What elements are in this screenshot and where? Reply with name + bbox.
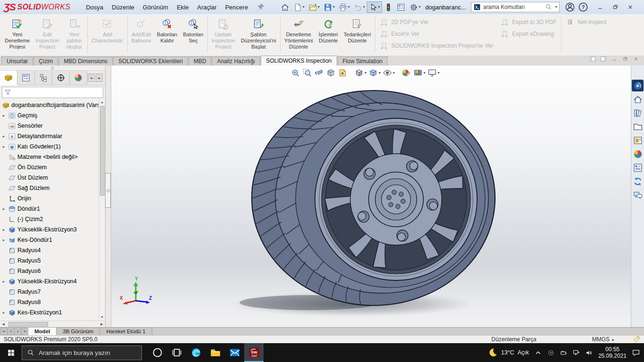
new-doc-button[interactable]: ▾ — [291, 1, 306, 13]
nav-first-button[interactable] — [0, 328, 7, 335]
minimize-button[interactable] — [593, 1, 608, 13]
clock[interactable]: 00:55 25.09.2021 — [598, 346, 627, 359]
tab-flow-simulation[interactable]: Flow Simulation — [338, 57, 388, 66]
panel-tab-dimxpert[interactable] — [52, 71, 70, 85]
file-explorer-app-button[interactable] — [206, 343, 225, 362]
pen-battery-icon[interactable] — [560, 349, 568, 357]
dropdown-caret-icon[interactable]: ▾ — [303, 5, 305, 9]
start-button[interactable] — [0, 343, 22, 362]
tree-item-sa-d-zlem[interactable]: Sağ Düzlem — [1, 183, 99, 193]
tree-item-radyus4[interactable]: Radyus4 — [1, 245, 99, 255]
graphics-viewport[interactable]: A▾▾▾▾▾ Y X Z — [111, 66, 631, 327]
tab-mbd[interactable]: MBD — [189, 57, 212, 66]
expand-arrow-icon[interactable]: ▸ — [1, 113, 7, 118]
dropdown-caret-icon[interactable]: ▾ — [419, 5, 421, 9]
volume-icon[interactable] — [585, 349, 593, 357]
zoom-area-button[interactable] — [301, 67, 313, 78]
tree-item-sens-rler[interactable]: Sensörler — [1, 121, 99, 131]
tree-item-radyus6[interactable]: Radyus6 — [1, 266, 99, 276]
help-icon[interactable]: ? — [578, 1, 589, 13]
print-button[interactable]: ▾ — [337, 1, 352, 13]
tab-unsurlar[interactable]: Unsurlar — [1, 57, 33, 66]
annotation-views-button[interactable]: A — [337, 67, 348, 78]
dropdown-caret-icon[interactable]: ▾ — [438, 71, 439, 75]
panel-tab-part[interactable] — [0, 71, 17, 85]
view-orientation-button[interactable]: ▾ — [353, 67, 367, 78]
balonlar-kald-r-button[interactable]: 1Balonları Kaldır — [154, 15, 180, 55]
command-search[interactable]: arama Komutları ▾ — [471, 2, 560, 12]
scroll-down-icon[interactable]: ▼ — [100, 313, 104, 320]
expand-arrow-icon[interactable]: ▸ — [1, 238, 7, 242]
taskbar-search[interactable]: Aramak için buraya yazın — [22, 346, 142, 360]
edit-appearance-button[interactable] — [400, 67, 412, 78]
notification-center-icon[interactable] — [632, 348, 640, 357]
horizontal-scroll-thumb[interactable] — [8, 322, 48, 327]
tree-item-kes-d-nd-r1[interactable]: ▸Kes-Döndür1 — [1, 235, 99, 245]
vertical-scroll-thumb[interactable] — [100, 106, 105, 196]
model-tab-3b-g-r-n-m[interactable]: 3B Görünüm — [57, 328, 100, 335]
menu-pencere[interactable]: Pencere — [221, 1, 252, 13]
task-view-button[interactable] — [167, 343, 186, 362]
model-tab-hareket-et-d-1[interactable]: Hareket Etüdü 1 — [100, 328, 152, 335]
solidworks-forum-button[interactable] — [632, 175, 644, 187]
feature-tree-filter[interactable] — [2, 87, 103, 98]
tree-item-kat-g-vdeler-1[interactable]: ▸Katı Gövdeler(1) — [1, 141, 99, 152]
dropdown-caret-icon[interactable]: ▾ — [379, 71, 380, 75]
expand-arrow-icon[interactable]: ▸ — [1, 310, 7, 315]
balonlar-se-button[interactable]: 1Balonları Seç — [180, 15, 206, 55]
close-button[interactable] — [623, 1, 638, 13]
tree-item-ge-mi[interactable]: ▸Geçmiş — [1, 110, 99, 121]
panel-tab-scroll-right[interactable]: ▸ — [96, 74, 103, 82]
dropdown-caret-icon[interactable]: ▾ — [348, 5, 350, 9]
menu-g-r-n-m[interactable]: Görünüm — [139, 1, 173, 13]
search-dropdown-caret[interactable]: ▾ — [555, 5, 557, 9]
restore-button[interactable] — [608, 1, 623, 13]
dropdown-caret-icon[interactable]: ▾ — [378, 5, 380, 9]
tree-item-radyus8[interactable]: Radyus8 — [1, 297, 99, 307]
xpert-options-button[interactable] — [395, 1, 407, 13]
model-tab-model[interactable]: Model — [28, 328, 57, 335]
section-view-button[interactable] — [325, 67, 337, 78]
view-palette-button[interactable] — [632, 134, 644, 146]
nav-next-button[interactable] — [14, 328, 21, 335]
custom-properties-button[interactable] — [632, 162, 644, 173]
tree-item-orijin[interactable]: Orijin — [1, 193, 99, 204]
wheel-3d-model[interactable] — [111, 66, 631, 327]
user-account-icon[interactable] — [564, 1, 576, 13]
pane-right-button[interactable] — [600, 56, 607, 64]
comments-button[interactable] — [632, 189, 644, 201]
tedarik-ileri-d-zenle-button[interactable]: Tedarikçileri Düzenle — [341, 15, 374, 55]
nav-last-button[interactable] — [21, 328, 28, 335]
panel-tab-scroll-left[interactable]: ◂ — [88, 74, 95, 82]
tree-root-item[interactable]: doganbaranciftcijanttasarimi (Vars — [1, 100, 99, 110]
yeni-denetleme-projesi-button[interactable]: Yeni Denetleme Projesi — [2, 15, 33, 55]
tree-item-detayland-rmalar[interactable]: ▸ADetaylandırmalar — [1, 131, 99, 141]
tab-mbd-dimensions[interactable]: MBD Dimensions — [58, 57, 113, 66]
network-tray-icon[interactable] — [572, 349, 580, 357]
units-selector[interactable]: MMGS ▲ — [592, 336, 615, 343]
splitter-dot[interactable] — [51, 66, 54, 70]
tab-izim[interactable]: Çizim — [33, 57, 58, 66]
dropdown-caret-icon[interactable]: ▾ — [364, 71, 366, 75]
expand-arrow-icon[interactable]: ▸ — [1, 206, 7, 211]
expand-arrow-icon[interactable]: ▸ — [1, 227, 7, 232]
gear-button[interactable]: ▾ — [407, 1, 422, 13]
home-button[interactable] — [279, 1, 291, 13]
tree-item-y-kseklik-ekstr-zyon4[interactable]: ▸Yükseklik-Ekstrüzyon4 — [1, 276, 99, 287]
tree-horizontal-scrollbar[interactable]: ◀ ▶ — [0, 321, 105, 327]
panel-tab-configurations[interactable] — [35, 71, 52, 85]
3dexperience-button[interactable] — [632, 80, 644, 91]
ablon-d-zenleyicisi-ni-ba-lat-button[interactable]: Şablon Düzenleyicisi'ni Başlat — [238, 15, 279, 55]
doc-minimize-button[interactable] — [611, 56, 618, 64]
tree-item-malzeme-belirli-de-il[interactable]: Malzeme <belirli değil> — [1, 152, 99, 162]
nav-prev-button[interactable] — [7, 328, 14, 335]
panel-top-splitter[interactable] — [0, 66, 105, 71]
hide-show-items-button[interactable]: ▾ — [381, 67, 396, 78]
wireless-display-icon[interactable] — [547, 349, 555, 357]
pane-left-button[interactable] — [589, 56, 596, 64]
dropdown-caret-icon[interactable]: ▾ — [393, 71, 395, 75]
file-explorer-pane-button[interactable] — [632, 121, 644, 132]
tree-item-y-kseklik-ekstr-zyon3[interactable]: ▸Yükseklik-Ekstrüzyon3 — [1, 224, 99, 235]
magnifier-icon[interactable] — [545, 3, 553, 11]
tree-item-radyus7[interactable]: Radyus7 — [1, 287, 99, 297]
